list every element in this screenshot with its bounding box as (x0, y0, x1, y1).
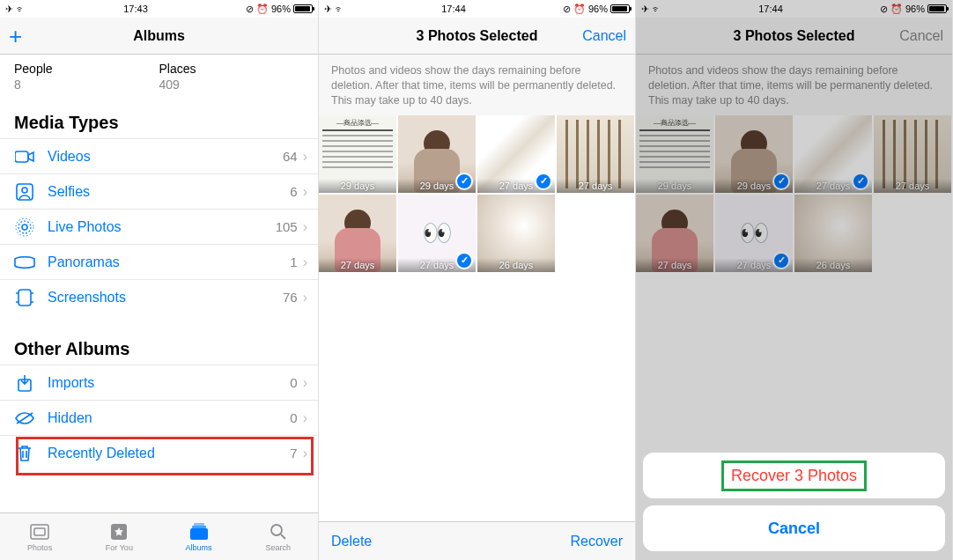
live-icon (14, 217, 35, 237)
svg-point-15 (271, 525, 282, 535)
actionsheet-cancel-button[interactable]: Cancel (643, 505, 945, 551)
media-row-screenshots[interactable]: Screenshots76› (0, 279, 318, 314)
row-label: Recently Deleted (35, 446, 290, 461)
video-icon (14, 150, 35, 164)
media-types-list: Videos64›Selfies6›Live Photos105›Panoram… (0, 138, 318, 314)
row-count: 76 (283, 290, 298, 305)
section-other-albums: Other Albums (0, 339, 318, 365)
row-label: Screenshots (35, 290, 283, 306)
svg-rect-9 (31, 525, 48, 539)
section-media-types: Media Types (0, 113, 318, 138)
photo-thumbnail[interactable]: 27 days (319, 195, 396, 272)
battery-percent: 96% (271, 4, 291, 14)
plus-icon: + (9, 23, 22, 50)
albums-screen: ✈︎ ᯤ 17:43 ⊘ ⏰ 96% + Albums People 8 Pla… (0, 0, 319, 560)
deletion-description: Photos and videos show the days remainin… (319, 55, 635, 115)
nav-title: 3 Photos Selected (417, 28, 538, 44)
cancel-button[interactable]: Cancel (573, 18, 635, 55)
action-sheet: Recover 3 Photos Cancel (643, 453, 945, 551)
row-count: 105 (276, 219, 298, 234)
alarm-icon: ⏰ (256, 4, 269, 15)
row-count: 6 (290, 184, 297, 199)
recover-photos-button[interactable]: Recover 3 Photos (643, 453, 945, 498)
days-remaining: 29 days (319, 179, 396, 193)
photo-thumbnail[interactable]: 29 days✓ (398, 115, 476, 193)
wifi-icon: ᯤ (335, 4, 344, 14)
row-count: 0 (290, 410, 297, 425)
other-row-imports[interactable]: Imports0› (0, 365, 318, 400)
row-count: 7 (290, 446, 297, 461)
selfie-icon (14, 183, 35, 201)
lock-icon: ⊘ (563, 4, 571, 15)
days-remaining: 26 days (477, 258, 555, 272)
svg-rect-6 (18, 290, 31, 306)
chevron-right-icon: › (303, 254, 307, 270)
tab-photos[interactable]: Photos (0, 513, 79, 560)
alarm-icon: ⏰ (573, 4, 586, 15)
chevron-right-icon: › (303, 446, 307, 461)
status-time: 17:44 (441, 4, 466, 14)
tab-for-you[interactable]: For You (79, 513, 159, 560)
tab-search[interactable]: Search (239, 513, 318, 560)
status-bar: ✈︎ᯤ 17:44 ⊘⏰96% (319, 0, 635, 18)
photo-thumbnail[interactable]: 27 days✓ (477, 115, 555, 193)
chevron-right-icon: › (303, 410, 307, 426)
row-label: Live Photos (35, 219, 276, 235)
svg-point-3 (22, 225, 27, 230)
hidden-icon (14, 411, 35, 425)
row-count: 0 (290, 375, 297, 390)
photos-icon (29, 522, 50, 542)
album-counts: People 8 Places 409 (0, 55, 318, 107)
row-count: 64 (283, 149, 298, 164)
recover-actionsheet-screen: ✈︎ᯤ 17:44 ⊘⏰96% 3 Photos Selected Cancel… (636, 0, 953, 560)
other-albums-list: Imports0›Hidden0›Recently Deleted7› (0, 365, 318, 470)
selected-checkmark-icon: ✓ (455, 173, 473, 190)
nav-bar: + Albums (0, 18, 318, 55)
trash-icon (14, 445, 35, 462)
svg-rect-10 (34, 528, 45, 535)
photo-thumbnail[interactable]: 26 days (477, 195, 555, 272)
svg-rect-14 (194, 523, 204, 526)
row-label: Hidden (35, 410, 290, 426)
delete-button[interactable]: Delete (331, 534, 372, 549)
people-count[interactable]: People 8 (14, 62, 159, 92)
photo-thumbnail[interactable]: 👀27 days✓ (398, 195, 476, 272)
recover-button[interactable]: Recover (570, 534, 623, 549)
media-row-videos[interactable]: Videos64› (0, 138, 318, 173)
chevron-right-icon: › (303, 184, 307, 200)
airplane-icon: ✈︎ (5, 4, 13, 15)
row-count: 1 (290, 254, 297, 269)
places-count[interactable]: Places 409 (159, 62, 305, 92)
status-time: 17:43 (123, 4, 148, 14)
svg-rect-13 (192, 526, 206, 528)
bottom-toolbar: Delete Recover (319, 521, 635, 560)
chevron-right-icon: › (303, 219, 307, 235)
battery-percent: 96% (588, 4, 608, 14)
wifi-icon: ᯤ (16, 4, 26, 14)
photo-thumbnail[interactable]: 27 days (557, 115, 634, 193)
svg-point-4 (18, 221, 31, 233)
pano-icon (14, 256, 35, 269)
other-row-recently-deleted[interactable]: Recently Deleted7› (0, 435, 318, 470)
media-row-selfies[interactable]: Selfies6› (0, 173, 318, 209)
svg-line-16 (281, 534, 285, 539)
selected-checkmark-icon: ✓ (455, 252, 473, 269)
media-row-live-photos[interactable]: Live Photos105› (0, 209, 318, 244)
other-row-hidden[interactable]: Hidden0› (0, 400, 318, 435)
battery-icon (610, 4, 630, 13)
days-remaining: 27 days (557, 179, 634, 193)
airplane-icon: ✈︎ (324, 4, 332, 15)
chevron-right-icon: › (303, 149, 307, 165)
photo-grid: —商品添选—29 days29 days✓27 days✓27 days27 d… (319, 115, 635, 272)
tab-bar: Photos For You Albums Search (0, 512, 318, 560)
recently-deleted-screen: ✈︎ᯤ 17:44 ⊘⏰96% 3 Photos Selected Cancel… (319, 0, 636, 560)
row-label: Videos (35, 149, 283, 165)
media-row-panoramas[interactable]: Panoramas1› (0, 244, 318, 279)
svg-rect-12 (190, 528, 208, 540)
tab-albums[interactable]: Albums (159, 513, 239, 560)
photo-thumbnail[interactable]: —商品添选—29 days (319, 115, 396, 193)
battery-icon (293, 4, 313, 13)
add-button[interactable]: + (0, 18, 31, 55)
svg-rect-0 (15, 151, 28, 162)
chevron-right-icon: › (303, 375, 307, 391)
